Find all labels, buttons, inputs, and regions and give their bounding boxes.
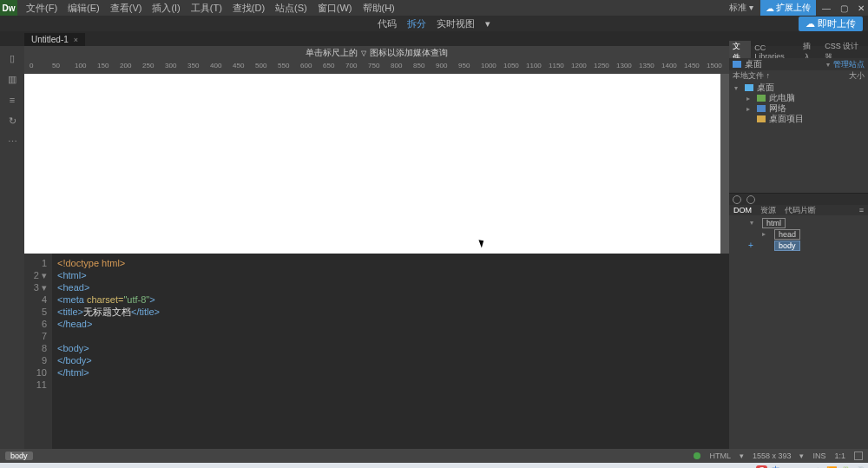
tray-icon[interactable]: ☼ (784, 465, 795, 469)
view-live[interactable]: 实时视图 (437, 17, 475, 30)
dom-panel-tabs: DOM 资源 代码片断 ≡ (729, 205, 868, 215)
folder-icon (733, 61, 741, 68)
status-ins: INS (812, 452, 825, 460)
file-tree[interactable]: ▾桌面▸此电脑▸网络桌面项目 (729, 81, 868, 128)
os-taskbar: S 中 ☼ ⊙ ⬆ 📶 🔋 🔊 (0, 463, 868, 468)
menu-window[interactable]: 窗口(W) (314, 0, 356, 16)
dom-panel-header (729, 193, 868, 205)
tree-item[interactable]: ▸此电脑 (734, 93, 868, 103)
status-dot-icon (694, 452, 700, 459)
view-live-arrow[interactable]: ▾ (485, 18, 490, 30)
help-icon[interactable] (746, 195, 755, 204)
menu-insert[interactable]: 插入(I) (148, 0, 183, 16)
tray-wifi-icon[interactable]: 📶 (825, 465, 837, 469)
maximize-button[interactable]: ▢ (837, 3, 851, 13)
dom-node[interactable]: ▸head (733, 228, 865, 240)
tray-volume-icon[interactable]: 🔊 (853, 465, 865, 469)
live-preview[interactable] (24, 74, 729, 254)
tab-snippets[interactable]: 代码片断 (780, 205, 820, 216)
status-html: HTML (709, 452, 731, 460)
status-zoom: 1:1 (834, 452, 845, 460)
dom-node[interactable]: +body (733, 240, 865, 251)
code-content[interactable]: <!doctype html><html><head><meta charset… (52, 254, 160, 449)
app-logo: Dw (0, 0, 17, 16)
tree-item[interactable]: ▾桌面 (734, 82, 868, 93)
more-icon[interactable]: ⋯ (6, 136, 18, 148)
workspace-switcher[interactable]: 标准 ▾ (726, 2, 757, 14)
sync-button[interactable]: ☁扩展上传 (760, 0, 816, 16)
menu-view[interactable]: 查看(V) (107, 0, 146, 16)
right-panels: 文件 CC Libraries 插入 CSS 设计器 桌面 ▾ 管理站点 本地文… (729, 46, 868, 449)
dom-node[interactable]: ▾html (733, 217, 865, 228)
refresh-icon[interactable] (733, 195, 741, 204)
editor-area: 单击标尺上的 ▽ 图标以添加媒体查询 050100150200250300350… (24, 46, 729, 449)
file-icon[interactable]: ▯ (6, 53, 18, 65)
cloud-icon: ☁ (806, 18, 815, 29)
left-toolstrip: ▯ ▥ ≡ ↻ ⋯ (0, 46, 24, 449)
tab-close-icon[interactable]: × (74, 36, 78, 44)
cloud-icon: ☁ (766, 3, 774, 13)
menu-tools[interactable]: 工具(T) (187, 0, 226, 16)
tab-assets[interactable]: 资源 (756, 205, 780, 216)
status-bar: body HTML▾ 1558 x 393▾ INS 1:1 (0, 449, 868, 463)
media-query-hint: 单击标尺上的 ▽ 图标以添加媒体查询 (24, 46, 729, 60)
layout-icon[interactable]: ▥ (6, 74, 18, 86)
close-button[interactable]: ✕ (854, 3, 868, 13)
line-gutter: 12 ▾3 ▾4567891011 (24, 254, 52, 449)
tree-item[interactable]: 桌面项目 (734, 114, 868, 124)
expand-icon[interactable] (854, 452, 863, 460)
manage-sites-link[interactable]: 管理站点 (833, 59, 865, 70)
menu-items: 文件(F) 编辑(E) 查看(V) 插入(I) 工具(T) 查找(D) 站点(S… (23, 0, 398, 16)
view-split[interactable]: 拆分 (407, 17, 426, 30)
menu-site[interactable]: 站点(S) (272, 0, 311, 16)
tab-dom[interactable]: DOM (729, 206, 756, 214)
ruler[interactable]: 0501001502002503003504004505005506006507… (24, 60, 729, 74)
menu-file[interactable]: 文件(F) (23, 0, 61, 16)
view-toolbar: 代码 拆分 实时视图 ▾ ☁ 即时上传 (0, 16, 868, 31)
code-editor[interactable]: 12 ▾3 ▾4567891011 <!doctype html><html><… (24, 254, 729, 449)
sync-settings[interactable]: ☁ 即时上传 (799, 16, 863, 31)
chevron-down-icon: ▾ (826, 61, 830, 69)
status-size: 1558 x 393 (753, 452, 792, 460)
menubar: Dw 文件(F) 编辑(E) 查看(V) 插入(I) 工具(T) 查找(D) 站… (0, 0, 868, 16)
tab-untitled[interactable]: Untitled-1 × (24, 33, 85, 46)
refresh-icon[interactable]: ↻ (6, 115, 18, 128)
mouse-cursor-icon (480, 239, 489, 251)
view-code[interactable]: 代码 (378, 17, 397, 30)
triangle-icon: ▽ (361, 49, 366, 57)
files-panel-tabs: 文件 CC Libraries 插入 CSS 设计器 (729, 46, 868, 58)
ime-lang[interactable]: 中 (770, 465, 781, 469)
tray-icon[interactable]: ⬆ (812, 465, 823, 469)
tray-battery-icon[interactable]: 🔋 (839, 465, 851, 469)
panel-menu-icon[interactable]: ≡ (855, 206, 868, 214)
menu-help[interactable]: 帮助(H) (359, 0, 398, 16)
menu-edit[interactable]: 编辑(E) (64, 0, 103, 16)
tab-label: Untitled-1 (31, 35, 69, 44)
tray-icon[interactable]: ⊙ (798, 465, 809, 469)
site-selector[interactable]: 桌面 ▾ 管理站点 (729, 58, 868, 70)
column-header: 本地文件 ↑ 大小 (729, 70, 868, 81)
ime-icon[interactable]: S (756, 465, 767, 469)
tag-selector[interactable]: body (5, 452, 33, 460)
minimize-button[interactable]: — (819, 3, 833, 13)
list-icon[interactable]: ≡ (6, 95, 18, 107)
menu-find[interactable]: 查找(D) (229, 0, 268, 16)
dom-tree[interactable]: ▾html▸head+body (729, 215, 868, 253)
